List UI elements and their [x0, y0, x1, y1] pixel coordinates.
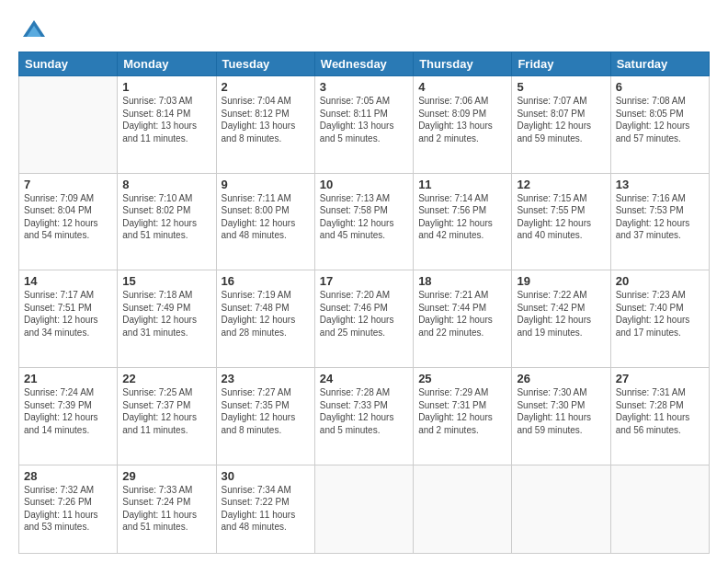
header	[18, 17, 710, 42]
day-info: Sunrise: 7:21 AM Sunset: 7:44 PM Dayligh…	[418, 289, 506, 339]
day-number: 11	[418, 178, 506, 191]
day-info: Sunrise: 7:30 AM Sunset: 7:30 PM Dayligh…	[517, 386, 605, 436]
calendar-cell: 26Sunrise: 7:30 AM Sunset: 7:30 PM Dayli…	[512, 368, 610, 465]
calendar-cell: 17Sunrise: 7:20 AM Sunset: 7:46 PM Dayli…	[314, 270, 413, 368]
day-info: Sunrise: 7:29 AM Sunset: 7:31 PM Dayligh…	[418, 386, 506, 436]
day-number: 15	[122, 274, 210, 288]
day-info: Sunrise: 7:15 AM Sunset: 7:55 PM Dayligh…	[517, 192, 605, 242]
calendar-cell: 4Sunrise: 7:06 AM Sunset: 8:09 PM Daylig…	[414, 76, 512, 174]
day-number: 9	[222, 178, 310, 191]
day-info: Sunrise: 7:25 AM Sunset: 7:37 PM Dayligh…	[122, 386, 210, 436]
day-number: 29	[122, 469, 210, 483]
day-info: Sunrise: 7:05 AM Sunset: 8:11 PM Dayligh…	[320, 95, 408, 144]
calendar-cell: 10Sunrise: 7:13 AM Sunset: 7:58 PM Dayli…	[314, 173, 413, 270]
day-number: 6	[616, 80, 704, 94]
day-info: Sunrise: 7:06 AM Sunset: 8:09 PM Dayligh…	[418, 95, 506, 144]
day-number: 28	[24, 469, 112, 483]
calendar-cell: 6Sunrise: 7:08 AM Sunset: 8:05 PM Daylig…	[610, 76, 709, 174]
calendar-cell: 8Sunrise: 7:10 AM Sunset: 8:02 PM Daylig…	[118, 173, 216, 270]
calendar-cell	[512, 465, 610, 553]
page: SundayMondayTuesdayWednesdayThursdayFrid…	[0, 0, 728, 563]
calendar-cell: 14Sunrise: 7:17 AM Sunset: 7:51 PM Dayli…	[19, 270, 118, 368]
day-info: Sunrise: 7:31 AM Sunset: 7:28 PM Dayligh…	[616, 386, 704, 436]
day-info: Sunrise: 7:18 AM Sunset: 7:49 PM Dayligh…	[122, 289, 210, 339]
calendar-cell: 3Sunrise: 7:05 AM Sunset: 8:11 PM Daylig…	[314, 76, 413, 174]
calendar-cell: 28Sunrise: 7:32 AM Sunset: 7:26 PM Dayli…	[19, 465, 118, 553]
day-info: Sunrise: 7:28 AM Sunset: 7:33 PM Dayligh…	[320, 386, 408, 436]
calendar-cell: 30Sunrise: 7:34 AM Sunset: 7:22 PM Dayli…	[216, 465, 314, 553]
day-info: Sunrise: 7:19 AM Sunset: 7:48 PM Dayligh…	[222, 289, 310, 339]
weekday-header-monday: Monday	[118, 52, 216, 76]
weekday-header-sunday: Sunday	[19, 52, 118, 76]
calendar-table: SundayMondayTuesdayWednesdayThursdayFrid…	[18, 52, 710, 554]
calendar-cell: 15Sunrise: 7:18 AM Sunset: 7:49 PM Dayli…	[118, 270, 216, 368]
day-number: 1	[122, 80, 210, 94]
day-number: 21	[24, 372, 112, 385]
day-number: 22	[122, 372, 210, 385]
calendar-cell: 23Sunrise: 7:27 AM Sunset: 7:35 PM Dayli…	[216, 368, 314, 465]
calendar-cell: 12Sunrise: 7:15 AM Sunset: 7:55 PM Dayli…	[512, 173, 610, 270]
calendar-cell: 27Sunrise: 7:31 AM Sunset: 7:28 PM Dayli…	[610, 368, 709, 465]
day-info: Sunrise: 7:20 AM Sunset: 7:46 PM Dayligh…	[320, 289, 408, 339]
day-number: 20	[616, 274, 704, 288]
day-info: Sunrise: 7:11 AM Sunset: 8:00 PM Dayligh…	[222, 192, 310, 242]
day-number: 14	[24, 274, 112, 288]
day-info: Sunrise: 7:32 AM Sunset: 7:26 PM Dayligh…	[24, 484, 112, 534]
day-info: Sunrise: 7:27 AM Sunset: 7:35 PM Dayligh…	[222, 386, 310, 436]
calendar-cell: 20Sunrise: 7:23 AM Sunset: 7:40 PM Dayli…	[610, 270, 709, 368]
calendar-cell: 24Sunrise: 7:28 AM Sunset: 7:33 PM Dayli…	[314, 368, 413, 465]
weekday-header-tuesday: Tuesday	[216, 52, 314, 76]
calendar-cell	[19, 76, 118, 174]
day-info: Sunrise: 7:17 AM Sunset: 7:51 PM Dayligh…	[24, 289, 112, 339]
day-info: Sunrise: 7:14 AM Sunset: 7:56 PM Dayligh…	[418, 192, 506, 242]
calendar-cell: 16Sunrise: 7:19 AM Sunset: 7:48 PM Dayli…	[216, 270, 314, 368]
week-row-2: 7Sunrise: 7:09 AM Sunset: 8:04 PM Daylig…	[19, 173, 710, 270]
day-number: 7	[24, 178, 112, 191]
day-number: 10	[320, 178, 408, 191]
day-number: 23	[222, 372, 310, 385]
calendar-cell: 19Sunrise: 7:22 AM Sunset: 7:42 PM Dayli…	[512, 270, 610, 368]
day-info: Sunrise: 7:07 AM Sunset: 8:07 PM Dayligh…	[517, 95, 605, 144]
calendar-cell	[610, 465, 709, 553]
day-info: Sunrise: 7:03 AM Sunset: 8:14 PM Dayligh…	[122, 95, 210, 144]
day-info: Sunrise: 7:04 AM Sunset: 8:12 PM Dayligh…	[222, 95, 310, 144]
day-number: 18	[418, 274, 506, 288]
day-info: Sunrise: 7:10 AM Sunset: 8:02 PM Dayligh…	[122, 192, 210, 242]
calendar-cell: 2Sunrise: 7:04 AM Sunset: 8:12 PM Daylig…	[216, 76, 314, 174]
calendar-cell: 13Sunrise: 7:16 AM Sunset: 7:53 PM Dayli…	[610, 173, 709, 270]
day-number: 12	[517, 178, 605, 191]
calendar-cell: 11Sunrise: 7:14 AM Sunset: 7:56 PM Dayli…	[414, 173, 512, 270]
weekday-header-thursday: Thursday	[414, 52, 512, 76]
day-info: Sunrise: 7:22 AM Sunset: 7:42 PM Dayligh…	[517, 289, 605, 339]
weekday-header-saturday: Saturday	[610, 52, 709, 76]
day-number: 13	[616, 178, 704, 191]
week-row-4: 21Sunrise: 7:24 AM Sunset: 7:39 PM Dayli…	[19, 368, 710, 465]
weekday-header-row: SundayMondayTuesdayWednesdayThursdayFrid…	[19, 52, 710, 76]
calendar-cell: 22Sunrise: 7:25 AM Sunset: 7:37 PM Dayli…	[118, 368, 216, 465]
day-number: 26	[517, 372, 605, 385]
day-number: 4	[418, 80, 506, 94]
logo-icon	[21, 17, 47, 42]
day-info: Sunrise: 7:09 AM Sunset: 8:04 PM Dayligh…	[24, 192, 112, 242]
day-number: 2	[222, 80, 310, 94]
weekday-header-wednesday: Wednesday	[314, 52, 413, 76]
calendar-cell: 5Sunrise: 7:07 AM Sunset: 8:07 PM Daylig…	[512, 76, 610, 174]
day-number: 19	[517, 274, 605, 288]
day-number: 5	[517, 80, 605, 94]
day-number: 25	[418, 372, 506, 385]
day-number: 30	[222, 469, 310, 483]
calendar-cell: 21Sunrise: 7:24 AM Sunset: 7:39 PM Dayli…	[19, 368, 118, 465]
day-number: 3	[320, 80, 408, 94]
day-info: Sunrise: 7:24 AM Sunset: 7:39 PM Dayligh…	[24, 386, 112, 436]
week-row-1: 1Sunrise: 7:03 AM Sunset: 8:14 PM Daylig…	[19, 76, 710, 174]
day-info: Sunrise: 7:33 AM Sunset: 7:24 PM Dayligh…	[122, 484, 210, 534]
calendar-cell: 9Sunrise: 7:11 AM Sunset: 8:00 PM Daylig…	[216, 173, 314, 270]
logo	[18, 17, 47, 42]
day-number: 8	[122, 178, 210, 191]
day-number: 27	[616, 372, 704, 385]
day-info: Sunrise: 7:13 AM Sunset: 7:58 PM Dayligh…	[320, 192, 408, 242]
week-row-5: 28Sunrise: 7:32 AM Sunset: 7:26 PM Dayli…	[19, 465, 710, 553]
calendar-cell: 1Sunrise: 7:03 AM Sunset: 8:14 PM Daylig…	[118, 76, 216, 174]
day-number: 17	[320, 274, 408, 288]
week-row-3: 14Sunrise: 7:17 AM Sunset: 7:51 PM Dayli…	[19, 270, 710, 368]
